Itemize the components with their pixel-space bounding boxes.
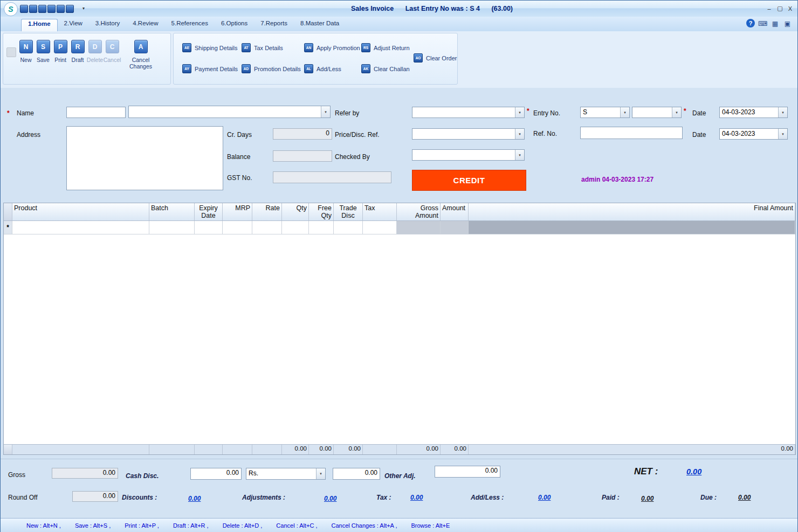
discounts-value-link[interactable]: 0.00 — [188, 495, 201, 502]
chevron-down-icon[interactable]: ▾ — [620, 107, 629, 118]
paid-value-link[interactable]: 0.00 — [641, 495, 653, 502]
entry-series-combo[interactable]: S ▾ — [580, 107, 630, 118]
cash-disc-amount-input[interactable]: 0.00 — [333, 468, 380, 480]
tab-master-data[interactable]: 8.Master Data — [294, 19, 346, 31]
new-button[interactable]: N New — [17, 36, 35, 81]
cr-days-input[interactable]: 0 — [273, 128, 332, 140]
promotion-details-button[interactable]: AD Promotion Details — [242, 64, 301, 73]
payment-details-icon: AY — [182, 64, 191, 73]
close-button[interactable]: X — [786, 4, 795, 12]
due-value-link[interactable]: 0.00 — [738, 494, 751, 501]
col-header-expiry-date[interactable]: Expiry Date — [195, 203, 223, 220]
refer-by-label: Refer by — [335, 109, 359, 117]
quick-access-icon-3[interactable] — [38, 5, 46, 13]
app-logo-icon[interactable]: S — [4, 2, 18, 16]
chevron-down-icon[interactable]: ▾ — [316, 468, 325, 479]
cell-trade-disc[interactable] — [334, 221, 363, 234]
name-combo[interactable]: ▾ — [128, 106, 331, 118]
quick-access-icon-6[interactable] — [66, 5, 74, 13]
col-header-trade-disc[interactable]: Trade Disc — [334, 203, 363, 220]
tax-value-link[interactable]: 0.00 — [410, 494, 423, 501]
col-header-mrp[interactable]: MRP — [223, 203, 252, 220]
total-amount: 0.00 — [441, 445, 469, 454]
delete-icon: D — [88, 40, 102, 53]
entry-number-combo[interactable]: ▾ — [632, 107, 682, 118]
cell-free-qty[interactable] — [309, 221, 334, 234]
cell-batch[interactable] — [149, 221, 195, 234]
draft-button[interactable]: R Draft — [69, 36, 86, 81]
shipping-details-button[interactable]: AE Shipping Details — [182, 43, 238, 52]
adjustments-value-link[interactable]: 0.00 — [324, 495, 336, 502]
minimize-button[interactable]: – — [765, 4, 774, 12]
col-header-free-qty[interactable]: Free Qty — [309, 203, 334, 220]
chevron-down-icon[interactable]: ▾ — [778, 129, 787, 139]
tab-options[interactable]: 6.Options — [215, 19, 254, 31]
net-value-link[interactable]: 0.00 — [686, 467, 701, 476]
help-icon[interactable]: ? — [746, 19, 755, 27]
col-header-batch[interactable]: Batch — [149, 203, 195, 220]
payment-details-button[interactable]: AY Payment Details — [182, 64, 238, 73]
col-header-rate[interactable]: Rate — [252, 203, 282, 220]
refer-by-combo[interactable]: ▾ — [412, 107, 525, 118]
add-less-value-link[interactable]: 0.00 — [538, 494, 551, 501]
tax-details-button[interactable]: AT Tax Details — [242, 43, 283, 52]
price-disc-ref-combo[interactable]: ▾ — [412, 128, 525, 140]
credit-button[interactable]: CREDIT — [412, 170, 526, 191]
other-adj-label: Other Adj. — [384, 472, 416, 480]
chevron-down-icon[interactable]: ▾ — [672, 107, 681, 118]
col-header-product[interactable]: Product — [12, 203, 149, 220]
cell-expiry-date[interactable] — [195, 221, 223, 234]
invoice-items-grid: Product Batch Expiry Date MRP Rate Qty F… — [3, 203, 796, 455]
cell-qty[interactable] — [282, 221, 309, 234]
currency-combo[interactable]: Rs. ▾ — [246, 468, 326, 480]
cell-mrp[interactable] — [223, 221, 252, 234]
save-button[interactable]: S Save — [35, 36, 52, 81]
tab-home[interactable]: 1.Home — [21, 19, 58, 31]
checked-by-label: Checked By — [335, 153, 370, 161]
maximize-button[interactable]: ▢ — [775, 4, 785, 12]
apps-grid-icon[interactable]: ▦ — [771, 19, 780, 28]
quick-access-icon-4[interactable] — [47, 5, 56, 13]
adjust-return-button[interactable]: RS Adjust Return — [361, 43, 410, 52]
col-header-tax[interactable]: Tax — [363, 203, 397, 220]
tab-references[interactable]: 5.References — [165, 19, 215, 31]
quick-access-icon-2[interactable] — [29, 5, 37, 13]
tab-review[interactable]: 4.Review — [126, 19, 164, 31]
date-picker[interactable]: 04-03-2023 ▾ — [719, 107, 788, 118]
gross-input: 0.00 — [52, 468, 118, 479]
checked-by-combo[interactable]: ▾ — [412, 149, 525, 161]
tab-history[interactable]: 3.History — [89, 19, 126, 31]
chevron-down-icon[interactable]: ▾ — [515, 129, 524, 139]
chevron-down-icon[interactable]: ▾ — [778, 107, 787, 118]
address-textarea[interactable] — [66, 126, 223, 190]
cell-rate[interactable] — [252, 221, 282, 234]
cell-product[interactable] — [12, 221, 149, 234]
cash-disc-input[interactable]: 0.00 — [190, 468, 242, 480]
keyboard-icon[interactable]: ⌨ — [758, 19, 767, 28]
ref-no-input[interactable] — [580, 127, 683, 139]
chevron-down-icon[interactable]: ▾ — [321, 106, 330, 118]
print-button[interactable]: P Print — [52, 36, 69, 81]
chevron-down-icon[interactable]: ▾ — [515, 107, 524, 118]
col-header-gross-amount[interactable]: Gross Amount — [397, 203, 441, 220]
grid-empty-body[interactable] — [4, 234, 795, 444]
col-header-amount[interactable]: Amount — [441, 203, 469, 220]
col-header-final-amount[interactable]: Final Amount — [469, 203, 795, 220]
add-less-button[interactable]: AL Add/Less — [304, 64, 341, 73]
tab-view[interactable]: 2.View — [58, 19, 89, 31]
clear-order-button[interactable]: AO Clear Order — [414, 53, 457, 63]
cell-tax[interactable] — [363, 221, 397, 234]
chevron-down-icon[interactable]: ▾ — [515, 150, 524, 160]
col-header-qty[interactable]: Qty — [282, 203, 309, 220]
quick-access-icon-5[interactable] — [57, 5, 65, 13]
cancel-changes-button[interactable]: A Cancel Changes — [121, 36, 161, 81]
exit-icon[interactable]: ▣ — [783, 19, 792, 28]
name-code-input[interactable] — [66, 107, 126, 118]
other-adj-input[interactable]: 0.00 — [435, 466, 500, 478]
tab-reports[interactable]: 7.Reports — [254, 19, 294, 31]
clear-challan-button[interactable]: AK Clear Challan — [361, 64, 410, 73]
quick-access-icon-1[interactable] — [20, 5, 28, 13]
apply-promotion-button[interactable]: AN Apply Promotion — [304, 43, 360, 52]
date2-picker[interactable]: 04-03-2023 ▾ — [719, 128, 788, 140]
toolbar-options-chevron-icon[interactable]: ▾ — [82, 6, 85, 11]
